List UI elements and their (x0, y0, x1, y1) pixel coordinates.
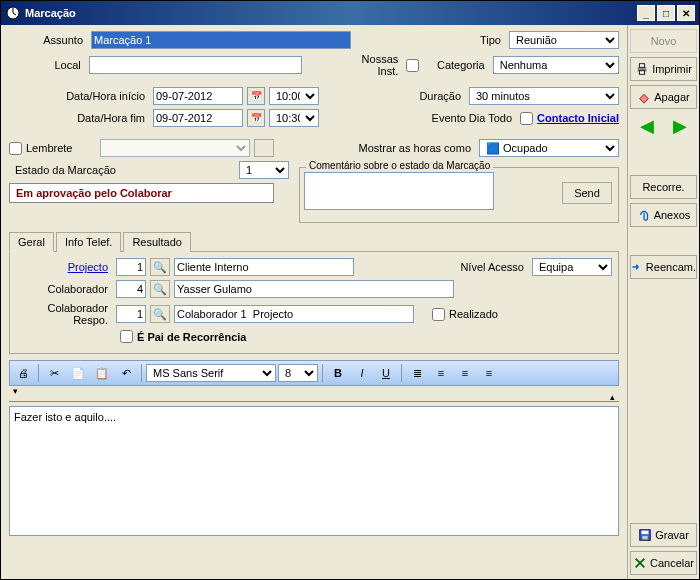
data-fim-input[interactable] (153, 109, 243, 127)
printer-icon (635, 62, 649, 76)
richtext-toolbar: 🖨 ✂ 📄 📋 ↶ MS Sans Serif 8 B I U ≣ ≡ ≡ ≡ (9, 360, 619, 386)
estado-text: Em aprovação pelo Colaborar (9, 183, 274, 203)
evento-dia-todo-checkbox[interactable] (520, 112, 533, 125)
close-button[interactable]: ✕ (677, 5, 695, 21)
forward-icon (631, 260, 643, 274)
cut-icon[interactable]: ✂ (43, 363, 65, 383)
colab-respo-lookup-icon[interactable]: 🔍 (150, 305, 170, 323)
tab-info-telef[interactable]: Info Telef. (56, 232, 122, 252)
imprimir-button[interactable]: Imprimir (630, 57, 697, 81)
italic-button[interactable]: I (351, 363, 373, 383)
font-size-select[interactable]: 8 (278, 364, 318, 382)
colaborador-num-input[interactable] (116, 280, 146, 298)
colab-respo-num-input[interactable] (116, 305, 146, 323)
app-icon (5, 5, 21, 21)
colaborador-name-input[interactable] (174, 280, 454, 298)
realizado-checkbox[interactable] (432, 308, 445, 321)
mostrar-como-label: Mostrar as horas como (359, 142, 475, 154)
projecto-name-input[interactable] (174, 258, 354, 276)
duracao-label: Duração (419, 90, 465, 102)
colab-respo-name-input[interactable] (174, 305, 414, 323)
paperclip-icon (637, 208, 651, 222)
local-input[interactable] (89, 56, 303, 74)
recorre-button[interactable]: Recorre. (630, 175, 697, 199)
bold-button[interactable]: B (327, 363, 349, 383)
window-title: Marcação (21, 7, 635, 19)
apagar-button[interactable]: Apagar (630, 85, 697, 109)
bullets-icon[interactable]: ≣ (406, 363, 428, 383)
tipo-label: Tipo (480, 34, 505, 46)
undo-icon[interactable]: ↶ (115, 363, 137, 383)
categoria-label: Categoria (437, 59, 489, 71)
lembrete-checkbox[interactable] (9, 142, 22, 155)
data-fim-picker-icon[interactable]: 📅 (247, 109, 265, 127)
svg-rect-5 (642, 531, 649, 535)
nivel-acesso-select[interactable]: Equipa (532, 258, 612, 276)
data-fim-label: Data/Hora fim (9, 112, 149, 124)
categoria-select[interactable]: Nenhuma (493, 56, 619, 74)
send-button[interactable]: Send (562, 182, 612, 204)
assunto-input[interactable] (91, 31, 351, 49)
pai-recorrencia-checkbox[interactable] (120, 330, 133, 343)
copy-icon[interactable]: 📄 (67, 363, 89, 383)
colaborador-lookup-icon[interactable]: 🔍 (150, 280, 170, 298)
reencam-button[interactable]: Reencam. (630, 255, 697, 279)
lembrete-time-select[interactable] (100, 139, 250, 157)
duracao-select[interactable]: 30 minutos (469, 87, 619, 105)
cancelar-button[interactable]: Cancelar (630, 551, 697, 575)
contacto-inicial-link[interactable]: Contacto Inicial (537, 112, 619, 124)
data-inicio-picker-icon[interactable]: 📅 (247, 87, 265, 105)
tab-strip: Geral Info Telef. Resultado (9, 231, 619, 252)
ruler[interactable] (9, 388, 619, 402)
anexos-button[interactable]: Anexos (630, 203, 697, 227)
print-icon[interactable]: 🖨 (12, 363, 34, 383)
svg-rect-6 (643, 536, 648, 540)
tab-geral[interactable]: Geral (9, 232, 54, 252)
nivel-acesso-label: Nível Acesso (460, 261, 528, 273)
lembrete-label: Lembrete (26, 142, 72, 154)
novo-button[interactable]: Novo (630, 29, 697, 53)
eraser-icon (637, 90, 651, 104)
tab-panel-geral: Projecto 🔍 Nível Acesso Equipa Colaborad… (9, 252, 619, 354)
projecto-link[interactable]: Projecto (16, 261, 112, 273)
hora-inicio-select[interactable]: 10:00 (269, 87, 319, 105)
align-center-icon[interactable]: ≡ (454, 363, 476, 383)
nossas-inst-checkbox[interactable] (406, 59, 419, 72)
assunto-label: Assunto (9, 34, 87, 46)
projecto-lookup-icon[interactable]: 🔍 (150, 258, 170, 276)
gravar-button[interactable]: Gravar (630, 523, 697, 547)
svg-rect-3 (640, 71, 645, 75)
data-inicio-label: Data/Hora início (9, 90, 149, 102)
align-right-icon[interactable]: ≡ (478, 363, 500, 383)
minimize-button[interactable]: _ (637, 5, 655, 21)
save-icon (638, 528, 652, 542)
svg-rect-2 (640, 64, 645, 68)
main-panel: Assunto Tipo Reunião Local Nossas Inst. … (1, 25, 627, 579)
prev-arrow-icon[interactable]: ◀ (640, 115, 654, 137)
estado-label: Estado da Marcação (9, 164, 235, 176)
underline-button[interactable]: U (375, 363, 397, 383)
hora-fim-select[interactable]: 10:30 (269, 109, 319, 127)
maximize-button[interactable]: □ (657, 5, 675, 21)
mostrar-como-select[interactable]: 🟦 Ocupado (479, 139, 619, 157)
body-textarea[interactable]: Fazer isto e aquilo.... (9, 406, 619, 536)
lembrete-sound-button[interactable] (254, 139, 274, 157)
next-arrow-icon[interactable]: ▶ (673, 115, 687, 137)
appointment-window: Marcação _ □ ✕ Assunto Tipo Reunião Loca… (0, 0, 700, 580)
tipo-select[interactable]: Reunião (509, 31, 619, 49)
content-area: Assunto Tipo Reunião Local Nossas Inst. … (1, 25, 699, 579)
nossas-inst-label: Nossas Inst. (340, 53, 403, 77)
comentario-textarea[interactable] (304, 172, 494, 210)
data-inicio-input[interactable] (153, 87, 243, 105)
evento-dia-todo-label: Evento Dia Todo (432, 112, 517, 124)
paste-icon[interactable]: 📋 (91, 363, 113, 383)
align-left-icon[interactable]: ≡ (430, 363, 452, 383)
projecto-num-input[interactable] (116, 258, 146, 276)
colaborador-label: Colaborador (16, 283, 112, 295)
tab-resultado[interactable]: Resultado (123, 232, 191, 252)
realizado-label: Realizado (449, 308, 498, 320)
local-label: Local (9, 59, 85, 71)
font-name-select[interactable]: MS Sans Serif (146, 364, 276, 382)
pai-recorrencia-label: É Pai de Recorrência (137, 331, 246, 343)
estado-select[interactable]: 1 (239, 161, 289, 179)
